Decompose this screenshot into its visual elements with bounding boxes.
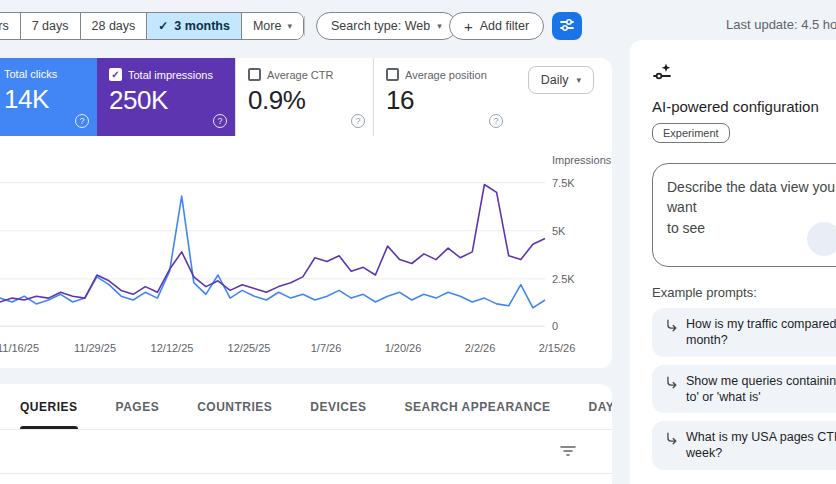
example-prompts-label: Example prompts: bbox=[652, 285, 836, 300]
example-prompt-usa-ctr[interactable]: What is my USA pages CTR last week? bbox=[652, 421, 836, 470]
tab-queries[interactable]: QUERIES bbox=[20, 384, 78, 429]
x-tick: 11/16/25 bbox=[0, 342, 39, 354]
y-tick: 2.5K bbox=[552, 273, 575, 285]
metric-card-total-clicks[interactable]: Total clicks 14K ? bbox=[0, 58, 97, 136]
help-icon[interactable]: ? bbox=[213, 114, 227, 128]
tab-search-appearance[interactable]: SEARCH APPEARANCE bbox=[405, 384, 551, 429]
table-toolbar bbox=[0, 430, 612, 474]
check-icon: ✓ bbox=[158, 19, 168, 33]
prompt-arrow-icon bbox=[664, 429, 678, 448]
tab-countries[interactable]: COUNTRIES bbox=[197, 384, 272, 429]
last-update-text: Last update: 4.5 hours ago bbox=[726, 17, 836, 32]
chart-x-axis: 11/16/25 11/29/25 12/12/25 12/25/25 1/7/… bbox=[0, 342, 600, 358]
more-label: More bbox=[253, 19, 281, 33]
metric-value: 14K bbox=[4, 84, 85, 115]
send-button[interactable] bbox=[807, 222, 836, 256]
x-tick: 12/25/25 bbox=[228, 342, 271, 354]
x-tick: 11/29/25 bbox=[74, 342, 116, 354]
metric-value: 16 bbox=[386, 85, 499, 116]
metric-label: Average CTR bbox=[267, 69, 333, 81]
checkbox-checked-icon[interactable]: ✓ bbox=[109, 68, 122, 81]
saved-filters-button[interactable] bbox=[552, 12, 582, 40]
ai-config-panel: AI-powered configuration Experiment Desc… bbox=[630, 40, 836, 484]
metric-label: Total impressions bbox=[128, 69, 213, 81]
date-range-label: 3 months bbox=[174, 19, 230, 33]
date-range-3-months[interactable]: ✓ 3 months bbox=[146, 13, 241, 39]
tab-devices[interactable]: DEVICES bbox=[310, 384, 366, 429]
add-filter-label: Add filter bbox=[480, 19, 529, 33]
example-prompt-queries[interactable]: Show me queries containing 'how to' or '… bbox=[652, 365, 836, 414]
dimension-tabs: QUERIES PAGES COUNTRIES DEVICES SEARCH A… bbox=[0, 384, 612, 430]
performance-report-card: Total clicks 14K ? ✓ Total impressions 2… bbox=[0, 58, 612, 368]
metric-value: 250K bbox=[109, 85, 223, 116]
y-axis-title: Impressions bbox=[552, 154, 611, 166]
x-tick: 1/20/26 bbox=[385, 342, 422, 354]
ai-panel-title: AI-powered configuration bbox=[652, 98, 836, 115]
filter-list-icon bbox=[559, 446, 577, 461]
date-range-7-days[interactable]: 7 days bbox=[20, 13, 80, 39]
chevron-down-icon: ▾ bbox=[287, 21, 292, 31]
date-range-filter-group: 24 hours 7 days 28 days ✓ 3 months More … bbox=[0, 12, 304, 40]
chevron-down-icon: ▾ bbox=[437, 21, 442, 31]
checkbox-unchecked-icon[interactable] bbox=[386, 68, 399, 81]
date-range-24-hours[interactable]: 24 hours bbox=[0, 13, 20, 39]
help-icon[interactable]: ? bbox=[351, 114, 365, 128]
tab-days[interactable]: DAYS bbox=[589, 384, 612, 429]
performance-line-chart bbox=[0, 173, 560, 328]
granularity-label: Daily bbox=[541, 73, 569, 87]
prompt-text: Show me queries containing 'how to' or '… bbox=[686, 373, 836, 406]
date-range-28-days[interactable]: 28 days bbox=[80, 13, 147, 39]
plus-icon: + bbox=[464, 18, 473, 35]
search-console-performance-page: 24 hours 7 days 28 days ✓ 3 months More … bbox=[0, 0, 836, 484]
dimensions-table-card: QUERIES PAGES COUNTRIES DEVICES SEARCH A… bbox=[0, 384, 612, 484]
metric-value: 0.9% bbox=[248, 85, 361, 116]
metric-label: Total clicks bbox=[4, 68, 57, 80]
help-icon[interactable]: ? bbox=[489, 114, 503, 128]
experiment-badge: Experiment bbox=[652, 123, 730, 143]
toolbar-divider bbox=[304, 16, 305, 36]
y-tick: 5K bbox=[552, 225, 565, 237]
y-tick: 7.5K bbox=[552, 177, 575, 189]
checkbox-unchecked-icon[interactable] bbox=[248, 68, 261, 81]
y-tick: 0 bbox=[552, 320, 558, 332]
date-range-more[interactable]: More ▾ bbox=[241, 13, 303, 39]
help-icon[interactable]: ? bbox=[75, 114, 89, 128]
metric-card-average-position[interactable]: Average position 16 ? bbox=[373, 58, 511, 136]
ai-prompt-input[interactable]: Describe the data view you want to see bbox=[652, 163, 836, 267]
ai-tune-sparkle-icon bbox=[652, 68, 672, 85]
x-tick: 1/7/26 bbox=[311, 342, 342, 354]
x-tick: 2/2/26 bbox=[465, 342, 496, 354]
granularity-dropdown[interactable]: Daily ▾ bbox=[528, 66, 594, 94]
add-filter-button[interactable]: + Add filter bbox=[449, 12, 544, 40]
prompt-text: What is my USA pages CTR last week? bbox=[686, 429, 836, 462]
prompt-text: How is my traffic compared to last month… bbox=[686, 316, 836, 349]
sliders-icon bbox=[559, 17, 575, 36]
search-type-button[interactable]: Search type: Web ▾ bbox=[316, 12, 457, 40]
metric-card-average-ctr[interactable]: Average CTR 0.9% ? bbox=[235, 58, 373, 136]
table-filter-button[interactable] bbox=[558, 443, 578, 461]
example-prompt-traffic[interactable]: How is my traffic compared to last month… bbox=[652, 308, 836, 357]
x-tick: 2/15/26 bbox=[539, 342, 576, 354]
metric-card-total-impressions[interactable]: ✓ Total impressions 250K ? bbox=[97, 58, 235, 136]
metric-label: Average position bbox=[405, 69, 487, 81]
prompt-arrow-icon bbox=[664, 373, 678, 392]
x-tick: 12/12/25 bbox=[151, 342, 194, 354]
metric-cards-row: Total clicks 14K ? ✓ Total impressions 2… bbox=[0, 58, 612, 136]
chevron-down-icon: ▾ bbox=[576, 75, 581, 85]
search-type-label: Search type: Web bbox=[331, 19, 430, 33]
tab-pages[interactable]: PAGES bbox=[116, 384, 160, 429]
prompt-arrow-icon bbox=[664, 316, 678, 335]
